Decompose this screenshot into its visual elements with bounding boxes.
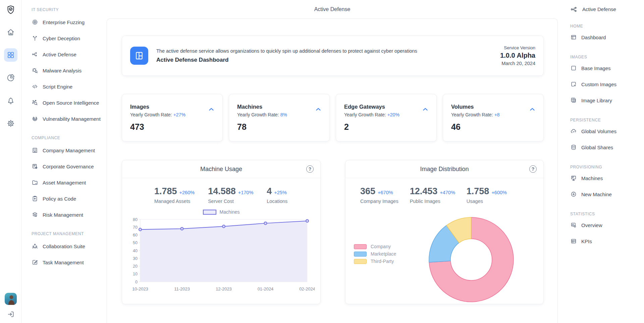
sidebar-item-cyber-deception[interactable]: Cyber Deception <box>32 30 104 46</box>
stat-card-title: Volumes <box>451 104 535 110</box>
sidebar-item-open-source-intelligence[interactable]: Open Source Intelligence <box>32 95 104 111</box>
avatar-photo <box>5 293 17 305</box>
stat-cards-row: ImagesYearly Growth Rate: +27%473Machine… <box>122 94 544 142</box>
context-item-overview[interactable]: Overview <box>570 217 642 233</box>
context-section-title: PERSISTENCE <box>570 118 642 122</box>
machine-usage-line-chart: 0102030405060708010-202311-202312-202301… <box>128 216 320 295</box>
nav-item-label: Overview <box>581 222 602 228</box>
stat-value: 46 <box>451 122 535 132</box>
help-icon[interactable] <box>529 165 537 173</box>
help-icon[interactable] <box>306 165 314 173</box>
nav-item-label: Risk Management <box>43 212 83 218</box>
context-item-image-library[interactable]: Image Library <box>570 92 642 108</box>
rail-bell-button[interactable] <box>4 94 17 107</box>
context-sidebar-header: Active Defense <box>570 0 642 18</box>
svg-text:10: 10 <box>133 272 138 276</box>
context-item-new-machine[interactable]: New Machine <box>570 186 642 202</box>
sidebar-item-active-defense[interactable]: Active Defense <box>32 46 104 62</box>
line-chart-legend[interactable]: Machines <box>122 209 320 215</box>
stat-card-volumes: VolumesYearly Growth Rate: +846 <box>443 94 544 142</box>
svg-text:20: 20 <box>133 264 138 269</box>
context-section-title: STATISTICS <box>570 212 642 216</box>
nav-item-label: Global Shares <box>581 145 613 150</box>
sidebar-item-script-engine[interactable]: Script Engine <box>32 78 104 95</box>
machine-usage-title: Machine Usage <box>122 160 320 178</box>
sidebar-item-company-management[interactable]: Company Management <box>32 142 104 158</box>
legend-swatch <box>354 244 367 249</box>
context-section-title: IMAGES <box>570 55 642 59</box>
sidebar-section-title: COMPLIANCE <box>32 136 104 140</box>
cloud-icon <box>570 128 577 134</box>
stat-value: 2 <box>344 122 428 132</box>
rail-gear-button[interactable] <box>4 117 17 130</box>
legend-item-marketplace[interactable]: Marketplace <box>354 250 396 258</box>
chart-stat-label: Usages <box>467 199 507 204</box>
sidebar-item-vulnerability-management[interactable]: Vulnerability Management <box>32 111 104 127</box>
home-icon <box>6 28 15 37</box>
context-item-base-images[interactable]: Base Images <box>570 60 642 76</box>
svg-text:12-2023: 12-2023 <box>216 286 232 291</box>
nav-item-label: Machines <box>581 175 603 181</box>
rail-pie-button[interactable] <box>4 71 17 85</box>
stat-card-title: Images <box>130 104 214 110</box>
sidebar-item-task-management[interactable]: Task Management <box>32 254 104 270</box>
chart-title: Image Distribution <box>420 166 469 173</box>
building-icon <box>32 147 38 154</box>
rail-grid-button[interactable] <box>4 48 17 62</box>
context-sidebar-title: Active Defense <box>582 6 616 12</box>
chart-stat-value: 14.588+170% <box>208 186 253 197</box>
chart-stat-value: 365+670% <box>360 186 398 197</box>
legend-item-company[interactable]: Company <box>354 243 396 250</box>
context-item-kpis[interactable]: KPIs <box>570 233 642 249</box>
branch-icon <box>32 35 38 42</box>
sidebar-item-asset-management[interactable]: Asset Management <box>32 174 104 191</box>
context-item-dashboard[interactable]: Dashboard <box>570 29 642 45</box>
context-item-custom-images[interactable]: Custom Images <box>570 76 642 92</box>
collapse-chevron-icon[interactable] <box>208 106 215 113</box>
chevron-up-icon <box>315 106 322 113</box>
nav-item-label: Active Defense <box>43 52 76 57</box>
svg-text:02-2024: 02-2024 <box>299 286 315 291</box>
sidebar-section-title: IT SECURITY <box>32 7 104 12</box>
nav-item-label: Vulnerability Management <box>43 116 101 122</box>
logout-button[interactable] <box>5 309 16 320</box>
sidebar-item-corporate-governance[interactable]: Corporate Governance <box>32 158 104 174</box>
service-version-date: March 20, 2024 <box>500 61 535 66</box>
avatar[interactable] <box>5 293 17 305</box>
context-item-global-volumes[interactable]: Global Volumes <box>570 123 642 139</box>
chart-stat-delta: +170% <box>238 190 254 195</box>
page-title: Active Defense <box>107 0 558 18</box>
svg-text:10-2023: 10-2023 <box>132 286 148 291</box>
sidebar-item-collaboration-suite[interactable]: Collaboration Suite <box>32 238 104 254</box>
sidebar-item-enterprise-fuzzing[interactable]: Enterprise Fuzzing <box>32 14 104 30</box>
main-panel: The active defense service allows organi… <box>107 18 558 323</box>
shield-check-icon <box>6 5 16 15</box>
window-icon <box>570 34 577 41</box>
rail-home-button[interactable] <box>4 25 17 39</box>
nav-item-label: Enterprise Fuzzing <box>43 19 85 25</box>
code-icon <box>32 83 38 90</box>
context-sidebar: Active Defense HOMEDashboardIMAGESBase I… <box>558 0 644 323</box>
banner-grid-icon <box>133 50 145 61</box>
sidebar-item-malware-analysis[interactable]: Malware Analysis <box>32 62 104 78</box>
layers-icon <box>32 211 38 218</box>
collapse-chevron-icon[interactable] <box>315 106 322 113</box>
sidebar-section-title: PROJECT MANAGEMENT <box>32 231 104 236</box>
chart-stat-label: Server Cost <box>208 199 253 204</box>
chart-doc-icon <box>570 222 577 228</box>
legend-item-third-party[interactable]: Third-Party <box>354 258 396 265</box>
chart-stat-usages: 1.758+600%Usages <box>467 186 507 204</box>
context-item-global-shares[interactable]: Global Shares <box>570 139 642 155</box>
collapse-chevron-icon[interactable] <box>422 106 429 113</box>
collapse-chevron-icon[interactable] <box>529 106 536 113</box>
svg-text:80: 80 <box>133 217 138 222</box>
image-distribution-stats: 365+670%Company Images12.453+470%Public … <box>345 178 543 204</box>
doc-gear-icon <box>32 163 38 170</box>
context-item-machines[interactable]: Machines <box>570 170 642 186</box>
legend-swatch <box>354 252 367 257</box>
sidebar-item-policy-as-code[interactable]: Policy as Code <box>32 191 104 207</box>
sidebar-item-risk-management[interactable]: Risk Management <box>32 207 104 223</box>
app-logo[interactable] <box>6 5 16 15</box>
stat-growth-value: 8% <box>280 112 287 117</box>
stat-card-machines: MachinesYearly Growth Rate: 8%78 <box>229 94 330 142</box>
